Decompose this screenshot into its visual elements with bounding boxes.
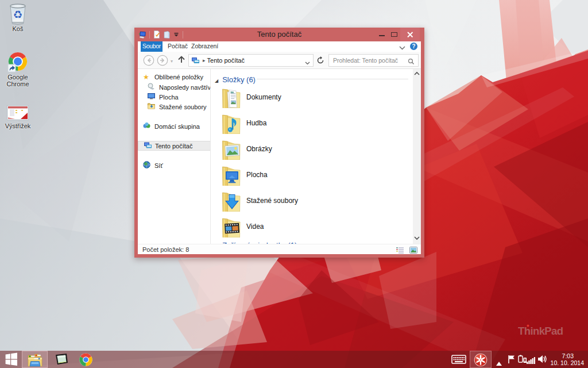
svg-text:ThinkPad: ThinkPad xyxy=(518,325,563,337)
svg-text:♻: ♻ xyxy=(13,9,22,21)
